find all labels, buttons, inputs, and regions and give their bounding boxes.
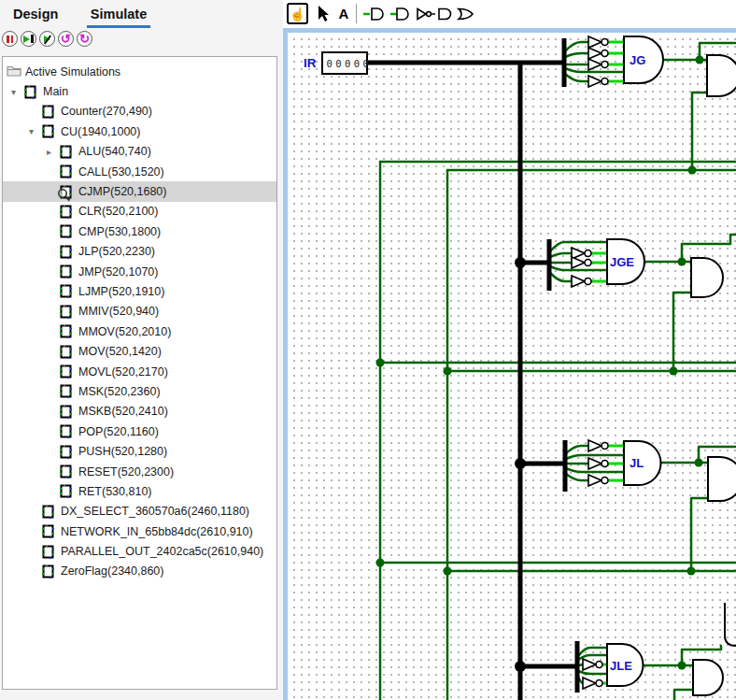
expander-down-icon[interactable]: ▾ bbox=[29, 126, 42, 136]
gate-input-icon bbox=[388, 6, 412, 22]
folder-icon bbox=[7, 64, 21, 77]
tab-bar: Design Simulate bbox=[0, 0, 283, 26]
tree-item[interactable]: CMP(530,1800) bbox=[3, 221, 276, 241]
tree-item-label: CALL(530,1520) bbox=[78, 165, 170, 179]
tree-item[interactable]: Active Simulations bbox=[3, 62, 276, 81]
chip-icon bbox=[60, 205, 72, 219]
cursor-arrow-icon bbox=[316, 5, 331, 22]
canvas-area: ☝ A bbox=[283, 0, 736, 700]
magnifier-icon bbox=[57, 188, 71, 202]
reset-simulation-button[interactable]: ↺ bbox=[58, 31, 74, 47]
step-button[interactable] bbox=[21, 31, 36, 47]
poke-tool-button[interactable]: ☝ bbox=[287, 3, 308, 24]
chip-icon bbox=[60, 224, 72, 238]
chip-icon bbox=[60, 384, 72, 398]
tree-item[interactable]: ▾Main bbox=[3, 81, 276, 101]
expander-down-icon[interactable]: ▾ bbox=[11, 87, 24, 97]
chip-icon bbox=[42, 524, 54, 538]
label-jg: JG bbox=[630, 53, 645, 67]
tree-item-label: Main bbox=[43, 85, 74, 98]
tab-simulate[interactable]: Simulate bbox=[87, 2, 150, 28]
tree-item[interactable]: ▾CU(1940,1000) bbox=[3, 121, 276, 141]
tree-item-label: ALU(540,740) bbox=[78, 145, 157, 158]
tree-item[interactable]: MSKB(520,2410) bbox=[3, 402, 276, 421]
routing-wires bbox=[380, 42, 736, 700]
text-tool-button[interactable]: A bbox=[335, 3, 352, 24]
tree-item-label: CMP(530,1800) bbox=[78, 225, 166, 238]
wire-gate-icon bbox=[362, 6, 387, 22]
tree-item-label: ZeroFlag(2340,860) bbox=[61, 564, 169, 578]
tree-item[interactable]: MSK(520,2360) bbox=[3, 381, 276, 401]
tree-item-label: PARALLEL_OUT_2402ca5c(2610,940) bbox=[61, 545, 269, 558]
tree-item[interactable]: MMOV(520,2010) bbox=[3, 321, 276, 341]
tree-item[interactable]: JLP(520,2230) bbox=[3, 242, 276, 262]
gate-partial-row4 bbox=[693, 660, 723, 695]
tree-item[interactable]: CJMP(520,1680) bbox=[3, 181, 276, 201]
tree-item[interactable]: POP(520,1160) bbox=[3, 421, 276, 441]
gate-partial-row1 bbox=[707, 55, 736, 96]
chip-icon bbox=[60, 445, 72, 459]
tree-item[interactable]: LJMP(520,1910) bbox=[3, 281, 276, 301]
tree-item[interactable]: MOV(520,1420) bbox=[3, 341, 276, 361]
tree-item-label: CLR(520,2100) bbox=[78, 205, 163, 218]
tree-item[interactable]: CALL(530,1520) bbox=[3, 162, 276, 181]
canvas-toolbar: ☝ A bbox=[283, 0, 736, 28]
and-gate-icon bbox=[437, 6, 456, 22]
tree-item-label: CJMP(520,1680) bbox=[78, 185, 173, 198]
chip-icon bbox=[60, 264, 72, 279]
chip-icon bbox=[42, 505, 54, 519]
tree-item-label: CU(1940,1000) bbox=[61, 125, 146, 138]
circuit-svg: IR 00000 JG JGE JL JLE bbox=[288, 33, 736, 700]
circuit-viewport[interactable]: IR 00000 JG JGE JL JLE bbox=[283, 28, 736, 700]
hand-icon: ☝ bbox=[290, 7, 305, 21]
step-cycle-button[interactable] bbox=[39, 31, 55, 47]
tree-item[interactable]: NETWORK_IN_65bb84dc(2610,910) bbox=[3, 521, 276, 541]
pause-button[interactable] bbox=[2, 31, 18, 47]
gate-partial-row3 bbox=[708, 457, 736, 501]
chip-icon bbox=[42, 124, 54, 138]
ir-register[interactable]: IR 00000 bbox=[304, 52, 372, 74]
gate-input-tool-button[interactable] bbox=[388, 3, 412, 24]
chip-icon bbox=[60, 324, 72, 338]
tree-item-label: RESET(520,2300) bbox=[78, 465, 179, 479]
chip-icon bbox=[24, 85, 36, 99]
tree-item[interactable]: MMIV(520,940) bbox=[3, 302, 276, 321]
chip-icon bbox=[60, 345, 72, 359]
chip-icon bbox=[60, 464, 72, 479]
chip-icon bbox=[60, 405, 72, 419]
simulation-toolbar: ↺ ↻ bbox=[2, 31, 92, 53]
chip-icon bbox=[42, 564, 54, 579]
tree-item[interactable]: Counter(270,490) bbox=[3, 102, 276, 121]
tree-item[interactable]: JMP(520,1070) bbox=[3, 262, 276, 281]
tree-item-label: Active Simulations bbox=[25, 65, 126, 79]
instruction-bus bbox=[367, 38, 577, 700]
tree-item[interactable]: ZeroFlag(2340,860) bbox=[3, 562, 276, 581]
tree-item[interactable]: DX_SELECT_360570a6(2460,1180) bbox=[3, 502, 276, 521]
left-panel: Design Simulate ↺ ↻ Active Simulations▾M… bbox=[0, 0, 283, 700]
tree-item-label: JLP(520,2230) bbox=[78, 245, 161, 258]
tree-item-label: RET(530,810) bbox=[78, 485, 158, 498]
wire-gate-tool-button[interactable] bbox=[362, 3, 387, 24]
tree-item[interactable]: RET(530,810) bbox=[3, 481, 276, 501]
tree-item[interactable]: PARALLEL_OUT_2402ca5c(2610,940) bbox=[3, 541, 276, 561]
tree-item-label: NETWORK_IN_65bb84dc(2610,910) bbox=[61, 525, 259, 538]
tree-item-label: MMOV(520,2010) bbox=[78, 325, 177, 338]
chip-icon bbox=[42, 545, 54, 559]
tree-item[interactable]: MOVL(520,2170) bbox=[3, 362, 276, 381]
tree-item[interactable]: PUSH(520,1280) bbox=[3, 441, 276, 461]
or-gate-icon bbox=[457, 6, 477, 22]
label-jl: JL bbox=[630, 456, 644, 470]
expander-right-icon[interactable]: ▸ bbox=[47, 147, 60, 157]
chip-icon bbox=[60, 245, 72, 259]
tree-item[interactable]: CLR(520,2100) bbox=[3, 202, 276, 221]
simulation-tree: Active Simulations▾MainCounter(270,490)▾… bbox=[2, 56, 277, 690]
tree-item[interactable]: RESET(520,2300) bbox=[3, 462, 276, 481]
tree-item[interactable]: ▸ALU(540,740) bbox=[3, 142, 276, 162]
rewind-simulation-button[interactable]: ↻ bbox=[77, 31, 92, 47]
chip-icon bbox=[60, 145, 72, 159]
tab-design[interactable]: Design bbox=[9, 2, 62, 25]
chip-icon bbox=[60, 284, 72, 298]
or-gate-tool-button[interactable] bbox=[455, 3, 479, 24]
tree-item-label: MSK(520,2360) bbox=[78, 385, 166, 398]
select-tool-button[interactable] bbox=[314, 3, 333, 24]
